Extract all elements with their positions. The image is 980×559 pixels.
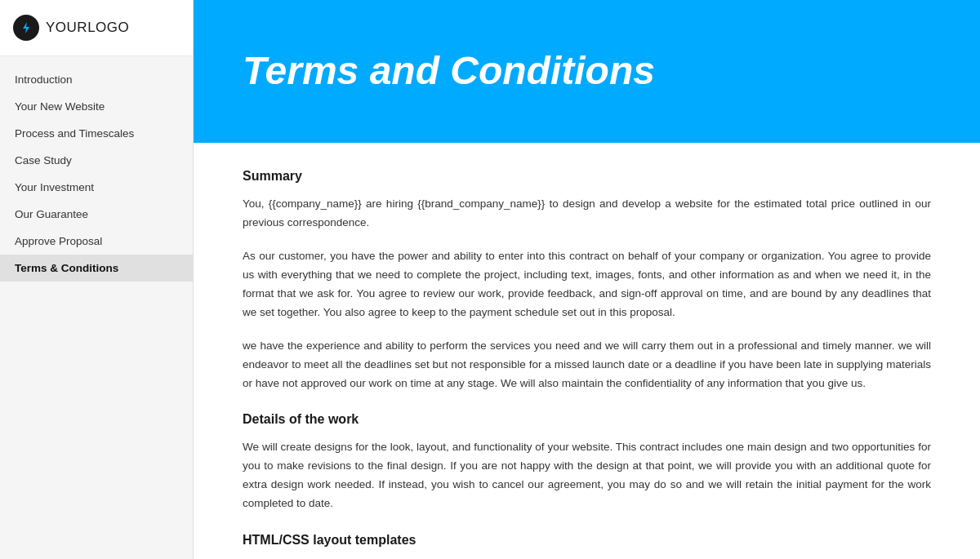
logo-text: YOURLOGO <box>46 20 129 36</box>
sidebar-item-7[interactable]: Terms & Conditions <box>0 255 193 282</box>
sidebar-item-4[interactable]: Your Investment <box>0 174 193 201</box>
sidebar-item-5[interactable]: Our Guarantee <box>0 201 193 228</box>
section-heading-0: Summary <box>243 169 931 184</box>
sidebar-nav: IntroductionYour New WebsiteProcess and … <box>0 56 193 559</box>
page-title: Terms and Conditions <box>243 50 655 93</box>
sidebar-item-1[interactable]: Your New Website <box>0 93 193 120</box>
main-content: Terms and Conditions SummaryYou, {{compa… <box>194 0 980 559</box>
logo-icon <box>13 15 39 41</box>
section-heading-1: Details of the work <box>243 412 931 427</box>
paragraph-1-0: We will create designs for the look, lay… <box>243 438 931 513</box>
content-area: SummaryYou, {{company_name}} are hiring … <box>194 143 980 559</box>
hero-banner: Terms and Conditions <box>194 0 980 143</box>
sidebar-item-2[interactable]: Process and Timescales <box>0 120 193 147</box>
paragraph-0-1: As our customer, you have the power and … <box>243 247 931 322</box>
paragraph-0-0: You, {{company_name}} are hiring {{brand… <box>243 195 931 233</box>
paragraph-0-2: we have the experience and ability to pe… <box>243 337 931 393</box>
svg-marker-0 <box>23 22 29 33</box>
sidebar-item-3[interactable]: Case Study <box>0 147 193 174</box>
section-heading-2: HTML/CSS layout templates <box>243 533 931 548</box>
logo-area: YOURLOGO <box>0 0 193 56</box>
sidebar: YOURLOGO IntroductionYour New WebsitePro… <box>0 0 194 559</box>
sidebar-item-6[interactable]: Approve Proposal <box>0 228 193 255</box>
sidebar-item-0[interactable]: Introduction <box>0 66 193 93</box>
